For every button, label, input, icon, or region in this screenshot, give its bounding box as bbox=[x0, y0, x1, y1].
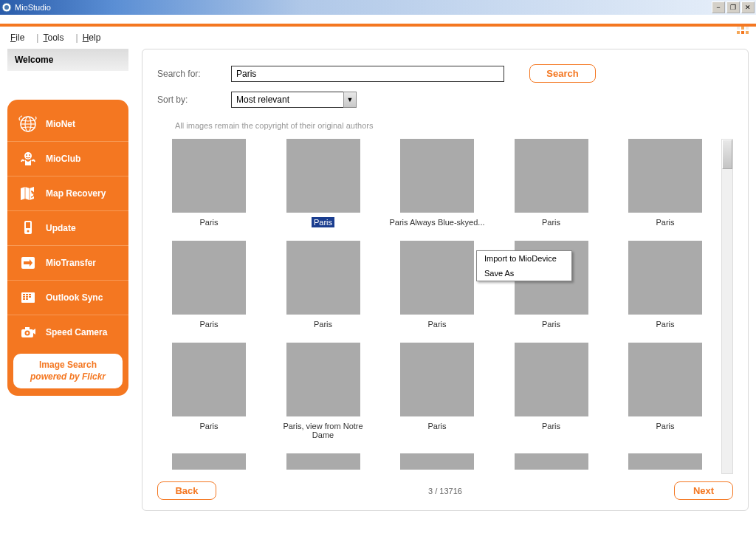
thumbnail-caption: Paris bbox=[425, 319, 448, 329]
scrollbar-thumb[interactable] bbox=[722, 140, 732, 169]
thumbnail-image bbox=[172, 241, 246, 315]
svg-rect-20 bbox=[26, 298, 28, 300]
thumbnail-image bbox=[628, 241, 702, 315]
svg-rect-9 bbox=[26, 222, 30, 228]
thumbnail[interactable]: Paris bbox=[614, 139, 717, 227]
svg-point-7 bbox=[29, 154, 30, 156]
context-menu-import[interactable]: Import to MioDevice bbox=[477, 251, 571, 266]
search-input[interactable] bbox=[231, 66, 504, 82]
thumbnail-image bbox=[400, 139, 474, 213]
svg-rect-14 bbox=[26, 294, 28, 295]
thumbnail[interactable]: Paris bbox=[385, 343, 489, 440]
thumbnail[interactable]: Paris bbox=[272, 139, 375, 227]
thumbnail-image bbox=[172, 453, 246, 470]
thumbnail-image bbox=[286, 139, 360, 213]
thumbnail[interactable] bbox=[157, 453, 261, 474]
search-label: Search for: bbox=[157, 69, 231, 79]
minimize-button[interactable]: − bbox=[712, 1, 725, 13]
thumbnail-caption: Paris Always Blue-skyed... bbox=[388, 217, 487, 227]
context-menu-save[interactable]: Save As bbox=[477, 266, 571, 281]
thumbnail[interactable] bbox=[385, 453, 489, 474]
sidebar-item-label: Map Recovery bbox=[46, 188, 106, 199]
sidebar-item-mionet[interactable]: MioNet bbox=[7, 107, 128, 141]
sidebar-active-title: Image Search bbox=[18, 360, 118, 371]
svg-point-6 bbox=[26, 154, 27, 156]
thumbnail[interactable]: Paris, view from Notre Dame bbox=[272, 343, 375, 440]
svg-rect-19 bbox=[23, 298, 25, 300]
next-button[interactable]: Next bbox=[674, 481, 733, 500]
svg-point-10 bbox=[27, 230, 30, 233]
thumbnail[interactable]: Paris bbox=[157, 241, 261, 329]
back-button[interactable]: Back bbox=[157, 481, 216, 500]
thumbnail[interactable] bbox=[272, 453, 375, 474]
context-menu: Import to MioDevice Save As bbox=[476, 250, 572, 281]
svg-rect-18 bbox=[29, 296, 31, 298]
maximize-button[interactable]: ❐ bbox=[726, 1, 740, 13]
thumbnail-image bbox=[628, 453, 702, 470]
thumbnail[interactable]: Paris bbox=[157, 343, 261, 440]
sync-icon bbox=[18, 288, 38, 307]
sidebar-item-label: Update bbox=[46, 223, 76, 233]
camera-icon bbox=[18, 323, 38, 342]
sidebar-item-speedcamera[interactable]: Speed Camera bbox=[7, 315, 128, 349]
thumbnail[interactable]: Paris bbox=[385, 241, 489, 329]
thumbnail-caption: Paris bbox=[540, 217, 563, 227]
sidebar-item-update[interactable]: Update bbox=[7, 210, 128, 245]
scrollbar[interactable] bbox=[721, 139, 733, 474]
sidebar-nav: MioNet MioClub Map Recovery Update MioTr… bbox=[7, 100, 128, 396]
gallery: Paris Paris Paris Always Blue-skyed... P… bbox=[157, 139, 717, 474]
thumbnail-image bbox=[286, 453, 360, 470]
sidebar-item-outlooksync[interactable]: Outlook Sync bbox=[7, 280, 128, 315]
thumbnail-caption: Paris bbox=[312, 319, 334, 329]
sidebar-item-imagesearch[interactable]: Image Search powered by Flickr bbox=[13, 354, 123, 388]
thumbnail-image bbox=[400, 343, 474, 416]
menu-tools[interactable]: Tools bbox=[43, 32, 63, 43]
transfer-icon bbox=[18, 253, 38, 272]
thumbnail-image bbox=[286, 241, 360, 315]
sidebar-item-label: Speed Camera bbox=[46, 327, 107, 337]
thumbnail-image bbox=[172, 139, 246, 213]
thumbnail-caption: Paris bbox=[540, 421, 563, 431]
thumbnail-image bbox=[515, 453, 588, 470]
thumbnail[interactable]: Paris bbox=[614, 343, 717, 440]
thumbnail[interactable]: Paris bbox=[614, 241, 717, 329]
thumbnail-caption: Paris bbox=[197, 319, 220, 329]
thumbnail[interactable]: Paris Always Blue-skyed... bbox=[385, 139, 489, 227]
person-icon bbox=[18, 149, 38, 168]
thumbnail-image bbox=[400, 453, 474, 470]
svg-rect-16 bbox=[23, 296, 25, 298]
menu-file[interactable]: File bbox=[10, 32, 24, 43]
page-indicator: 3 / 13716 bbox=[428, 487, 462, 495]
content-panel: Search for: Search Sort by: ▼ All images… bbox=[142, 49, 749, 511]
sidebar-item-miotransfer[interactable]: MioTransfer bbox=[7, 245, 128, 280]
menu-help[interactable]: Help bbox=[83, 32, 101, 43]
sidebar-item-label: MioNet bbox=[46, 119, 75, 129]
thumbnail-image bbox=[286, 343, 360, 416]
search-button[interactable]: Search bbox=[529, 64, 596, 83]
thumbnail-caption: Paris, view from Notre Dame bbox=[272, 421, 375, 440]
thumbnail[interactable] bbox=[614, 453, 717, 474]
svg-rect-22 bbox=[25, 327, 30, 330]
thumbnail[interactable] bbox=[500, 453, 603, 474]
thumbnail[interactable]: Paris bbox=[272, 241, 375, 329]
sidebar-active-subtitle: powered by Flickr bbox=[18, 371, 118, 383]
brand-dots bbox=[737, 27, 749, 34]
sidebar-item-label: Outlook Sync bbox=[46, 292, 103, 303]
thumbnail-image bbox=[172, 343, 246, 416]
thumbnail-image bbox=[628, 343, 702, 416]
welcome-tab[interactable]: Welcome bbox=[7, 49, 128, 72]
svg-rect-17 bbox=[26, 296, 28, 298]
sidebar-item-mioclub[interactable]: MioClub bbox=[7, 141, 128, 176]
thumbnail[interactable]: Paris bbox=[500, 139, 603, 227]
thumbnail[interactable]: Paris bbox=[157, 139, 261, 227]
sort-label: Sort by: bbox=[157, 95, 231, 105]
close-button[interactable]: ✕ bbox=[741, 1, 755, 13]
thumbnail-caption: Paris bbox=[197, 217, 220, 227]
device-icon bbox=[18, 219, 38, 238]
sort-select[interactable] bbox=[231, 92, 357, 108]
svg-rect-15 bbox=[29, 294, 31, 295]
menu-bar: File | Tools | Help bbox=[0, 27, 756, 49]
thumbnail[interactable]: Paris bbox=[500, 343, 603, 440]
sidebar-item-maprecovery[interactable]: Map Recovery bbox=[7, 176, 128, 210]
thumbnail-caption: Paris bbox=[653, 319, 676, 329]
